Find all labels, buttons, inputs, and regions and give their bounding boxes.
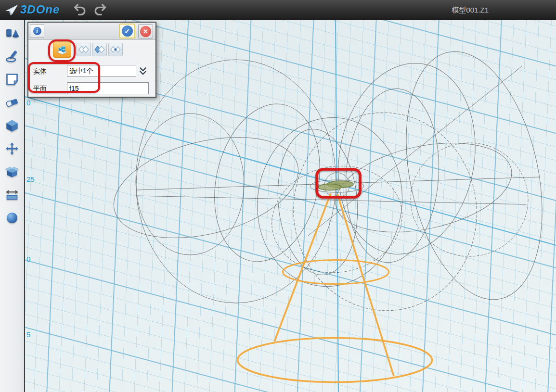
tool-sketch-plane[interactable] bbox=[4, 72, 20, 87]
title-bar: 3DOne 模型001.Z1 bbox=[0, 0, 556, 20]
wireframe-spheres bbox=[103, 39, 556, 320]
axis-label: 0 bbox=[26, 255, 30, 263]
redo-button[interactable] bbox=[92, 2, 110, 18]
mode-button-circular-pattern[interactable] bbox=[77, 43, 91, 56]
tool-material[interactable] bbox=[4, 211, 20, 225]
plane-field-label: 平面 bbox=[33, 85, 47, 93]
tool-move[interactable] bbox=[4, 141, 20, 156]
tool-sketch[interactable] bbox=[4, 49, 20, 63]
two-diamonds-icon bbox=[78, 45, 90, 54]
axis-label: 25 bbox=[26, 175, 35, 183]
plane-field-row: 平面 bbox=[33, 85, 47, 93]
tool-eraser[interactable] bbox=[4, 95, 20, 110]
document-title: 模型001.Z1 bbox=[452, 6, 489, 15]
mode-button-point-pattern[interactable] bbox=[108, 43, 123, 56]
tool-feature-cube[interactable] bbox=[4, 118, 20, 133]
tool-combine[interactable] bbox=[4, 164, 20, 179]
undo-button[interactable] bbox=[72, 2, 90, 18]
command-dialog: i ✓ ✕ bbox=[27, 22, 156, 98]
info-button[interactable]: i bbox=[30, 24, 44, 38]
pattern-mode-row bbox=[28, 40, 155, 64]
tool-measure[interactable] bbox=[4, 188, 20, 202]
tool-primitives[interactable] bbox=[4, 26, 20, 40]
close-icon: ✕ bbox=[140, 26, 151, 37]
info-icon: i bbox=[33, 27, 41, 35]
axis-label: 5 bbox=[26, 330, 30, 339]
mode-button-linear-pattern[interactable] bbox=[53, 41, 71, 58]
dialog-header: i ✓ ✕ bbox=[28, 23, 155, 40]
move-transform-icon bbox=[5, 142, 19, 155]
solid-field-label: 实体 bbox=[33, 67, 47, 76]
expand-options-button[interactable] bbox=[139, 67, 147, 77]
combine-box-icon bbox=[5, 165, 19, 178]
plane-field-input[interactable] bbox=[67, 82, 149, 94]
undo-arrow-icon bbox=[72, 2, 88, 17]
mirror-diamond-icon bbox=[94, 45, 105, 54]
app-name: 3DOne bbox=[20, 3, 60, 16]
feature-cube-icon bbox=[5, 119, 19, 132]
left-toolbar bbox=[0, 20, 25, 392]
redo-arrow-icon bbox=[92, 2, 108, 17]
sketch-plane-icon bbox=[5, 73, 19, 86]
primitives-icon bbox=[5, 27, 19, 39]
pattern-cubes-icon bbox=[55, 43, 69, 56]
paper-plane-icon bbox=[5, 3, 18, 16]
material-sphere-icon bbox=[5, 211, 19, 225]
app-window: 0 25 0 5 bbox=[0, 0, 556, 392]
sketch-pencil-icon bbox=[5, 50, 19, 63]
axis-label: 0 bbox=[26, 99, 30, 107]
check-icon: ✓ bbox=[122, 25, 133, 37]
center-diamond-icon bbox=[110, 45, 121, 54]
eraser-edit-icon bbox=[5, 97, 19, 108]
double-chevron-down-icon bbox=[139, 67, 147, 76]
cone-preview bbox=[238, 193, 432, 382]
solid-field-input[interactable] bbox=[67, 65, 136, 77]
mode-button-mirror-pattern[interactable] bbox=[92, 43, 107, 56]
cancel-button[interactable]: ✕ bbox=[138, 24, 153, 38]
confirm-button[interactable]: ✓ bbox=[119, 24, 135, 38]
measure-dimension-icon bbox=[5, 189, 19, 201]
solid-field-row: 实体 bbox=[33, 67, 47, 76]
selected-face-highlight bbox=[318, 181, 353, 190]
app-logo: 3DOne bbox=[5, 3, 60, 16]
